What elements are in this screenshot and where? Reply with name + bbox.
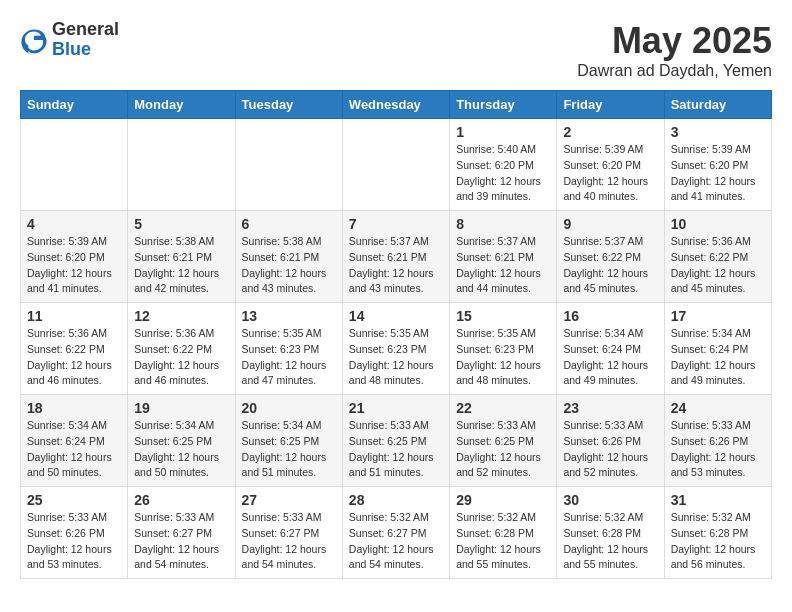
day-number: 29 bbox=[456, 492, 550, 508]
calendar-day-cell: 2Sunrise: 5:39 AM Sunset: 6:20 PM Daylig… bbox=[557, 119, 664, 211]
day-number: 12 bbox=[134, 308, 228, 324]
calendar-day-cell bbox=[128, 119, 235, 211]
calendar-day-cell: 14Sunrise: 5:35 AM Sunset: 6:23 PM Dayli… bbox=[342, 303, 449, 395]
day-number: 10 bbox=[671, 216, 765, 232]
day-info: Sunrise: 5:32 AM Sunset: 6:28 PM Dayligh… bbox=[456, 510, 550, 573]
day-info: Sunrise: 5:40 AM Sunset: 6:20 PM Dayligh… bbox=[456, 142, 550, 205]
day-info: Sunrise: 5:32 AM Sunset: 6:27 PM Dayligh… bbox=[349, 510, 443, 573]
day-number: 23 bbox=[563, 400, 657, 416]
calendar-day-cell: 5Sunrise: 5:38 AM Sunset: 6:21 PM Daylig… bbox=[128, 211, 235, 303]
day-number: 19 bbox=[134, 400, 228, 416]
calendar-day-cell: 3Sunrise: 5:39 AM Sunset: 6:20 PM Daylig… bbox=[664, 119, 771, 211]
day-info: Sunrise: 5:37 AM Sunset: 6:22 PM Dayligh… bbox=[563, 234, 657, 297]
day-info: Sunrise: 5:34 AM Sunset: 6:24 PM Dayligh… bbox=[27, 418, 121, 481]
calendar-day-cell: 19Sunrise: 5:34 AM Sunset: 6:25 PM Dayli… bbox=[128, 395, 235, 487]
calendar-day-cell: 15Sunrise: 5:35 AM Sunset: 6:23 PM Dayli… bbox=[450, 303, 557, 395]
calendar-day-cell: 29Sunrise: 5:32 AM Sunset: 6:28 PM Dayli… bbox=[450, 487, 557, 579]
day-number: 18 bbox=[27, 400, 121, 416]
day-number: 26 bbox=[134, 492, 228, 508]
day-number: 22 bbox=[456, 400, 550, 416]
calendar-day-cell: 1Sunrise: 5:40 AM Sunset: 6:20 PM Daylig… bbox=[450, 119, 557, 211]
calendar-day-cell: 21Sunrise: 5:33 AM Sunset: 6:25 PM Dayli… bbox=[342, 395, 449, 487]
day-info: Sunrise: 5:35 AM Sunset: 6:23 PM Dayligh… bbox=[456, 326, 550, 389]
calendar-day-cell: 8Sunrise: 5:37 AM Sunset: 6:21 PM Daylig… bbox=[450, 211, 557, 303]
calendar-day-cell: 28Sunrise: 5:32 AM Sunset: 6:27 PM Dayli… bbox=[342, 487, 449, 579]
calendar-day-cell: 26Sunrise: 5:33 AM Sunset: 6:27 PM Dayli… bbox=[128, 487, 235, 579]
day-info: Sunrise: 5:39 AM Sunset: 6:20 PM Dayligh… bbox=[563, 142, 657, 205]
calendar-day-header: Friday bbox=[557, 91, 664, 119]
logo-general: General bbox=[52, 20, 119, 40]
calendar-header-row: SundayMondayTuesdayWednesdayThursdayFrid… bbox=[21, 91, 772, 119]
calendar-week-row: 1Sunrise: 5:40 AM Sunset: 6:20 PM Daylig… bbox=[21, 119, 772, 211]
calendar-day-cell: 9Sunrise: 5:37 AM Sunset: 6:22 PM Daylig… bbox=[557, 211, 664, 303]
calendar-week-row: 11Sunrise: 5:36 AM Sunset: 6:22 PM Dayli… bbox=[21, 303, 772, 395]
day-info: Sunrise: 5:34 AM Sunset: 6:25 PM Dayligh… bbox=[242, 418, 336, 481]
day-info: Sunrise: 5:35 AM Sunset: 6:23 PM Dayligh… bbox=[349, 326, 443, 389]
day-number: 7 bbox=[349, 216, 443, 232]
calendar-week-row: 25Sunrise: 5:33 AM Sunset: 6:26 PM Dayli… bbox=[21, 487, 772, 579]
calendar-day-cell bbox=[342, 119, 449, 211]
day-number: 2 bbox=[563, 124, 657, 140]
calendar-day-cell: 12Sunrise: 5:36 AM Sunset: 6:22 PM Dayli… bbox=[128, 303, 235, 395]
calendar-day-cell: 11Sunrise: 5:36 AM Sunset: 6:22 PM Dayli… bbox=[21, 303, 128, 395]
logo-blue: Blue bbox=[52, 40, 119, 60]
generalblue-icon bbox=[20, 26, 48, 54]
calendar-day-cell: 10Sunrise: 5:36 AM Sunset: 6:22 PM Dayli… bbox=[664, 211, 771, 303]
day-number: 4 bbox=[27, 216, 121, 232]
day-info: Sunrise: 5:34 AM Sunset: 6:24 PM Dayligh… bbox=[671, 326, 765, 389]
calendar-day-header: Thursday bbox=[450, 91, 557, 119]
calendar-day-header: Tuesday bbox=[235, 91, 342, 119]
calendar-week-row: 4Sunrise: 5:39 AM Sunset: 6:20 PM Daylig… bbox=[21, 211, 772, 303]
day-number: 17 bbox=[671, 308, 765, 324]
day-info: Sunrise: 5:36 AM Sunset: 6:22 PM Dayligh… bbox=[134, 326, 228, 389]
calendar-day-header: Wednesday bbox=[342, 91, 449, 119]
day-info: Sunrise: 5:34 AM Sunset: 6:25 PM Dayligh… bbox=[134, 418, 228, 481]
calendar-day-cell: 7Sunrise: 5:37 AM Sunset: 6:21 PM Daylig… bbox=[342, 211, 449, 303]
calendar-day-cell: 6Sunrise: 5:38 AM Sunset: 6:21 PM Daylig… bbox=[235, 211, 342, 303]
day-number: 31 bbox=[671, 492, 765, 508]
day-number: 8 bbox=[456, 216, 550, 232]
calendar-day-cell bbox=[235, 119, 342, 211]
day-number: 11 bbox=[27, 308, 121, 324]
day-info: Sunrise: 5:32 AM Sunset: 6:28 PM Dayligh… bbox=[563, 510, 657, 573]
calendar-day-cell: 30Sunrise: 5:32 AM Sunset: 6:28 PM Dayli… bbox=[557, 487, 664, 579]
day-info: Sunrise: 5:34 AM Sunset: 6:24 PM Dayligh… bbox=[563, 326, 657, 389]
calendar-day-cell: 24Sunrise: 5:33 AM Sunset: 6:26 PM Dayli… bbox=[664, 395, 771, 487]
calendar-day-cell: 20Sunrise: 5:34 AM Sunset: 6:25 PM Dayli… bbox=[235, 395, 342, 487]
calendar-table: SundayMondayTuesdayWednesdayThursdayFrid… bbox=[20, 90, 772, 579]
day-info: Sunrise: 5:39 AM Sunset: 6:20 PM Dayligh… bbox=[27, 234, 121, 297]
day-info: Sunrise: 5:39 AM Sunset: 6:20 PM Dayligh… bbox=[671, 142, 765, 205]
day-number: 3 bbox=[671, 124, 765, 140]
day-info: Sunrise: 5:33 AM Sunset: 6:25 PM Dayligh… bbox=[456, 418, 550, 481]
page-header: General Blue May 2025 Dawran ad Daydah, … bbox=[20, 20, 772, 80]
calendar-day-cell: 22Sunrise: 5:33 AM Sunset: 6:25 PM Dayli… bbox=[450, 395, 557, 487]
day-info: Sunrise: 5:36 AM Sunset: 6:22 PM Dayligh… bbox=[27, 326, 121, 389]
day-number: 30 bbox=[563, 492, 657, 508]
day-info: Sunrise: 5:36 AM Sunset: 6:22 PM Dayligh… bbox=[671, 234, 765, 297]
day-number: 16 bbox=[563, 308, 657, 324]
logo-text: General Blue bbox=[52, 20, 119, 60]
day-number: 20 bbox=[242, 400, 336, 416]
day-info: Sunrise: 5:38 AM Sunset: 6:21 PM Dayligh… bbox=[242, 234, 336, 297]
calendar-day-cell: 18Sunrise: 5:34 AM Sunset: 6:24 PM Dayli… bbox=[21, 395, 128, 487]
logo: General Blue bbox=[20, 20, 119, 60]
day-info: Sunrise: 5:33 AM Sunset: 6:26 PM Dayligh… bbox=[563, 418, 657, 481]
day-number: 1 bbox=[456, 124, 550, 140]
calendar-day-cell bbox=[21, 119, 128, 211]
day-number: 15 bbox=[456, 308, 550, 324]
calendar-day-header: Saturday bbox=[664, 91, 771, 119]
day-info: Sunrise: 5:35 AM Sunset: 6:23 PM Dayligh… bbox=[242, 326, 336, 389]
calendar-day-cell: 17Sunrise: 5:34 AM Sunset: 6:24 PM Dayli… bbox=[664, 303, 771, 395]
day-number: 6 bbox=[242, 216, 336, 232]
day-info: Sunrise: 5:33 AM Sunset: 6:27 PM Dayligh… bbox=[242, 510, 336, 573]
calendar-day-cell: 13Sunrise: 5:35 AM Sunset: 6:23 PM Dayli… bbox=[235, 303, 342, 395]
day-info: Sunrise: 5:38 AM Sunset: 6:21 PM Dayligh… bbox=[134, 234, 228, 297]
day-number: 5 bbox=[134, 216, 228, 232]
calendar-day-cell: 27Sunrise: 5:33 AM Sunset: 6:27 PM Dayli… bbox=[235, 487, 342, 579]
day-info: Sunrise: 5:37 AM Sunset: 6:21 PM Dayligh… bbox=[456, 234, 550, 297]
location-title: Dawran ad Daydah, Yemen bbox=[577, 62, 772, 80]
day-number: 27 bbox=[242, 492, 336, 508]
calendar-day-header: Monday bbox=[128, 91, 235, 119]
calendar-day-cell: 4Sunrise: 5:39 AM Sunset: 6:20 PM Daylig… bbox=[21, 211, 128, 303]
day-number: 21 bbox=[349, 400, 443, 416]
